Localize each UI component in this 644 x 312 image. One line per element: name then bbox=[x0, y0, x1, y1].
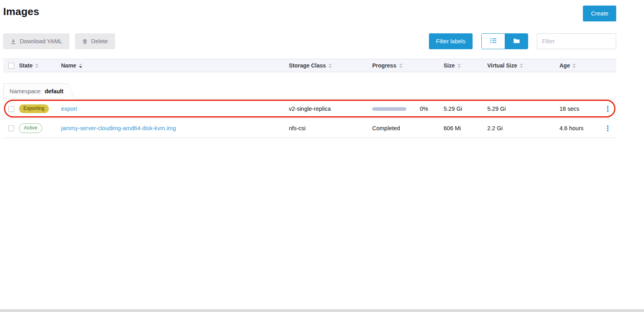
row-cell-name: jammy-server-cloudimg-amd64-disk-kvm.img bbox=[61, 125, 289, 131]
table-row: Active jammy-server-cloudimg-amd64-disk-… bbox=[3, 119, 616, 138]
images-page: Images Create Download YAML Delete bbox=[3, 0, 616, 138]
virtual-size-value: 5.29 Gi bbox=[487, 106, 506, 112]
filter-labels-button[interactable]: Filter labels bbox=[429, 33, 473, 49]
header-cell-name[interactable]: Name bbox=[61, 62, 289, 69]
row-cell-size: 606 Mi bbox=[444, 125, 487, 131]
header-age-label: Age bbox=[559, 62, 570, 69]
download-yaml-label: Download YAML bbox=[20, 38, 62, 44]
header-cell-select bbox=[3, 63, 19, 69]
row-cell-actions: ⋮ bbox=[599, 123, 616, 134]
filter-input[interactable] bbox=[537, 33, 616, 49]
row-cell-state: Active bbox=[19, 123, 61, 133]
storage-class-value: v2-single-replica bbox=[289, 106, 331, 112]
row-cell-age: 18 secs bbox=[559, 106, 599, 112]
namespace-group-tab: Namespace: default bbox=[3, 83, 67, 99]
row-cell-actions: ⋮ bbox=[599, 104, 616, 114]
table-row: Exporting export v2-single-replica 0% 5.… bbox=[3, 99, 616, 119]
header-size-label: Size bbox=[444, 62, 455, 69]
row-cell-progress: 0% bbox=[372, 106, 444, 112]
virtual-size-value: 2.2 Gi bbox=[487, 125, 503, 131]
sort-arrows-icon bbox=[35, 64, 38, 68]
header-storage-class-label: Storage Class bbox=[289, 62, 326, 69]
sort-arrows-icon bbox=[458, 64, 461, 68]
table-header-row: State Name Storage Class Progress Size V… bbox=[3, 59, 616, 72]
namespace-group-value: default bbox=[44, 88, 63, 94]
table-body: Exporting export v2-single-replica 0% 5.… bbox=[3, 99, 616, 138]
image-name-link[interactable]: jammy-server-cloudimg-amd64-disk-kvm.img bbox=[61, 125, 176, 131]
header-cell-state[interactable]: State bbox=[19, 62, 61, 69]
sort-arrows-icon bbox=[79, 64, 82, 68]
namespace-group-label: Namespace: bbox=[10, 88, 42, 94]
page-header: Images Create bbox=[3, 6, 616, 21]
row-cell-select bbox=[3, 106, 19, 112]
row-cell-state: Exporting bbox=[19, 104, 61, 113]
header-cell-age[interactable]: Age bbox=[559, 62, 599, 69]
size-value: 5.29 Gi bbox=[444, 106, 462, 112]
progress-bar bbox=[372, 107, 406, 111]
list-view-icon bbox=[490, 38, 497, 45]
age-value: 4.6 hours bbox=[559, 125, 583, 131]
delete-button[interactable]: Delete bbox=[75, 33, 115, 49]
row-cell-size: 5.29 Gi bbox=[444, 106, 487, 112]
row-checkbox[interactable] bbox=[8, 125, 14, 131]
folder-view-icon bbox=[513, 38, 520, 45]
image-name-link[interactable]: export bbox=[61, 106, 77, 112]
header-state-label: State bbox=[19, 62, 33, 69]
sort-arrows-icon bbox=[329, 64, 332, 68]
header-cell-storage-class[interactable]: Storage Class bbox=[289, 62, 372, 69]
images-table: State Name Storage Class Progress Size V… bbox=[3, 59, 616, 138]
delete-label: Delete bbox=[91, 38, 108, 44]
toolbar-bulk-actions: Download YAML Delete bbox=[3, 33, 115, 49]
header-virtual-size-label: Virtual Size bbox=[487, 62, 517, 69]
select-all-checkbox[interactable] bbox=[8, 63, 14, 69]
create-button[interactable]: Create bbox=[583, 6, 616, 21]
folder-view-button[interactable] bbox=[505, 34, 528, 49]
header-name-label: Name bbox=[61, 62, 76, 69]
sort-arrows-icon bbox=[573, 64, 576, 68]
row-cell-select bbox=[3, 125, 19, 131]
storage-class-value: nfs-csi bbox=[289, 125, 306, 131]
row-cell-progress: Completed bbox=[372, 125, 444, 131]
row-cell-name: export bbox=[61, 106, 289, 112]
download-icon bbox=[10, 39, 16, 44]
row-cell-storage-class: v2-single-replica bbox=[289, 106, 372, 112]
row-cell-virtual-size: 5.29 Gi bbox=[487, 106, 559, 112]
header-cell-virtual-size[interactable]: Virtual Size bbox=[487, 62, 559, 69]
status-badge: Active bbox=[19, 123, 42, 133]
row-cell-virtual-size: 2.2 Gi bbox=[487, 125, 559, 131]
trash-icon bbox=[82, 39, 88, 44]
kebab-menu-icon[interactable]: ⋮ bbox=[602, 123, 614, 134]
header-cell-size[interactable]: Size bbox=[444, 62, 487, 69]
view-mode-toggle bbox=[481, 33, 528, 49]
sort-arrows-icon bbox=[520, 64, 523, 68]
list-view-button[interactable] bbox=[482, 34, 505, 49]
row-cell-storage-class: nfs-csi bbox=[289, 125, 372, 131]
age-value: 18 secs bbox=[559, 106, 579, 112]
page-bottom-edge bbox=[0, 309, 644, 312]
toolbar: Download YAML Delete Filter labels bbox=[3, 33, 616, 49]
size-value: 606 Mi bbox=[444, 125, 461, 131]
progress-percent: 0% bbox=[420, 106, 428, 112]
sort-arrows-icon bbox=[399, 64, 402, 68]
group-spacer bbox=[3, 72, 616, 83]
progress-status-text: Completed bbox=[372, 125, 400, 131]
toolbar-filters: Filter labels bbox=[429, 33, 616, 49]
header-cell-progress[interactable]: Progress bbox=[372, 62, 444, 69]
status-badge: Exporting bbox=[19, 104, 49, 113]
header-progress-label: Progress bbox=[372, 62, 396, 69]
row-cell-age: 4.6 hours bbox=[559, 125, 599, 131]
download-yaml-button[interactable]: Download YAML bbox=[3, 33, 69, 49]
page-title: Images bbox=[3, 6, 39, 18]
row-checkbox[interactable] bbox=[8, 106, 14, 112]
kebab-menu-icon[interactable]: ⋮ bbox=[602, 104, 614, 114]
